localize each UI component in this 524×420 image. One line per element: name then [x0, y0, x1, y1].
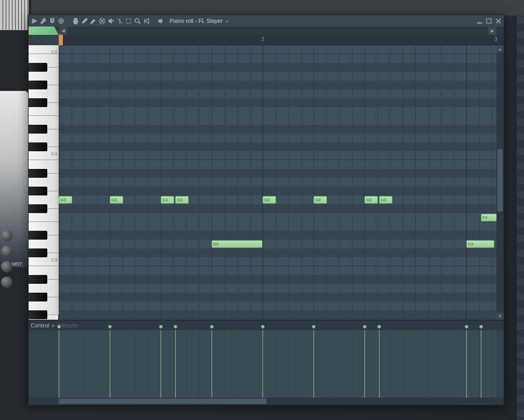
- velocity-bar[interactable]: [110, 330, 110, 398]
- svg-point-4: [135, 18, 139, 22]
- midi-note[interactable]: G3: [379, 196, 392, 204]
- velocity-bar[interactable]: [379, 330, 379, 398]
- velocity-handle[interactable]: [465, 325, 468, 329]
- velocity-bar[interactable]: [59, 330, 59, 398]
- velocity-bar[interactable]: [263, 330, 263, 398]
- midi-note[interactable]: D3: [466, 240, 494, 248]
- playback-tool-icon[interactable]: [142, 17, 150, 24]
- horizontal-scroll-thumb[interactable]: [59, 399, 267, 404]
- velocity-handle[interactable]: [159, 325, 163, 329]
- velocity-handle[interactable]: [363, 325, 366, 329]
- piano-roll-window: Piano roll - FL Slayer ▸ ◀ ▶ 2 3 C5C4C3 …: [28, 15, 504, 405]
- scroll-up-icon[interactable]: ▲: [496, 45, 504, 52]
- control-label[interactable]: Control: [31, 322, 49, 329]
- maximize-icon[interactable]: [485, 17, 492, 24]
- vertical-scrollbar[interactable]: ▲ ▼: [496, 45, 504, 320]
- chevron-right-icon: ▶: [52, 323, 55, 328]
- svg-point-1: [60, 20, 61, 21]
- titlebar: Piano roll - FL Slayer ▸: [29, 15, 504, 27]
- close-icon[interactable]: [494, 17, 502, 24]
- velocity-handle[interactable]: [261, 325, 265, 329]
- scroll-down-icon[interactable]: ▼: [496, 312, 504, 320]
- horizontal-scrollbar[interactable]: [29, 398, 504, 405]
- mst-label: MST:: [10, 261, 24, 267]
- key-label: C3: [51, 257, 57, 262]
- zoom-tool-icon[interactable]: [134, 17, 141, 24]
- velocity-bar[interactable]: [161, 330, 161, 398]
- note-grid[interactable]: G3G3G3G3D3G3G3G3G3D3F3: [59, 45, 504, 320]
- control-pane: Control ▶ Velocity: [29, 320, 504, 398]
- key-label: C4: [51, 151, 57, 156]
- bar-number: 3: [494, 36, 497, 42]
- tab-scroll-right-icon[interactable]: ▶: [488, 27, 496, 35]
- tab-scroll-left-icon[interactable]: ◀: [59, 27, 67, 35]
- velocity-bar[interactable]: [313, 330, 314, 398]
- delete-tool-icon[interactable]: [98, 17, 106, 24]
- timeline-ruler[interactable]: 2 3: [59, 35, 504, 45]
- wrench-icon[interactable]: [40, 17, 47, 24]
- velocity-bar[interactable]: [481, 330, 481, 398]
- velocity-editor[interactable]: [59, 330, 496, 398]
- loop-start-marker[interactable]: [59, 35, 63, 45]
- magnet-icon[interactable]: [48, 17, 56, 24]
- midi-note[interactable]: G3: [59, 196, 72, 204]
- velocity-bar[interactable]: [212, 330, 212, 398]
- svg-rect-5: [487, 19, 491, 23]
- pattern-tab-row: ◀ ▶: [29, 27, 504, 35]
- midi-note[interactable]: G3: [175, 196, 189, 204]
- mute-tool-icon[interactable]: [107, 17, 114, 24]
- paint-tool-icon[interactable]: [89, 17, 97, 24]
- audio-icon[interactable]: [157, 17, 164, 24]
- velocity-handle[interactable]: [479, 325, 483, 329]
- velocity-handle[interactable]: [312, 325, 316, 329]
- menu-icon[interactable]: [31, 17, 38, 24]
- velocity-bar[interactable]: [175, 330, 176, 398]
- stamp-icon[interactable]: [72, 17, 79, 24]
- control-header[interactable]: Control ▶ Velocity: [29, 321, 504, 330]
- vertical-scroll-thumb[interactable]: [497, 149, 503, 212]
- midi-note[interactable]: G3: [313, 196, 327, 204]
- control-target[interactable]: Velocity: [58, 322, 78, 329]
- velocity-handle[interactable]: [57, 325, 61, 329]
- velocity-handle[interactable]: [174, 325, 177, 329]
- svg-rect-3: [126, 19, 131, 23]
- midi-note[interactable]: G3: [263, 196, 276, 204]
- snap-icon[interactable]: [57, 17, 64, 24]
- window-title: Piano roll - FL Slayer ▸: [169, 18, 229, 24]
- velocity-bar[interactable]: [466, 330, 467, 398]
- midi-note[interactable]: G3: [110, 196, 123, 204]
- bar-number: 2: [261, 36, 265, 42]
- draw-tool-icon[interactable]: [81, 17, 88, 24]
- midi-note[interactable]: D3: [212, 240, 263, 248]
- velocity-handle[interactable]: [108, 325, 112, 329]
- velocity-bar[interactable]: [364, 330, 365, 398]
- velocity-handle[interactable]: [377, 325, 381, 329]
- slice-tool-icon[interactable]: [116, 17, 123, 24]
- velocity-handle[interactable]: [210, 325, 214, 329]
- select-tool-icon[interactable]: [125, 17, 132, 24]
- pattern-tab[interactable]: [29, 27, 59, 35]
- piano-keyboard[interactable]: C5C4C3: [29, 45, 59, 320]
- midi-note[interactable]: G3: [364, 196, 378, 204]
- midi-note[interactable]: G3: [161, 196, 174, 204]
- minimize-icon[interactable]: [476, 17, 483, 24]
